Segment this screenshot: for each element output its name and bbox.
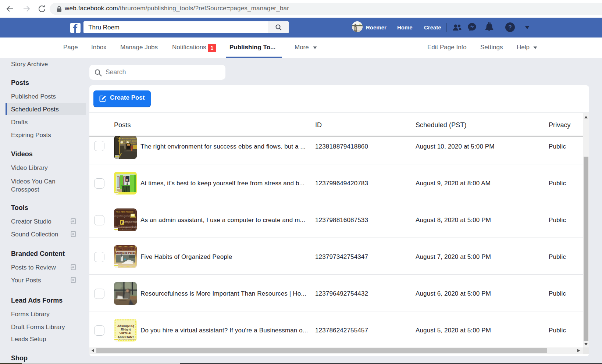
svg-text:use a computer to create and: use a computer to create and — [114, 214, 131, 216]
svg-text:WILL HELP BUSINESS OWNERS GROW: WILL HELP BUSINESS OWNERS GROW — [116, 339, 136, 340]
svg-text:manage necessary documents: manage necessary documents — [114, 216, 132, 218]
svg-text:its other expansion activities: its other expansion activities — [122, 222, 137, 224]
svg-text:VIRTUAL: VIRTUAL — [120, 332, 132, 335]
svg-text:As an Admin Assistant, I: As an Admin Assistant, I — [116, 211, 134, 213]
svg-text:Hiring A: Hiring A — [120, 328, 131, 331]
svg-text:ASSISTANT: ASSISTANT — [118, 335, 134, 339]
svg-text:?: ? — [508, 24, 512, 31]
svg-text:the least, there's always: the least, there's always — [118, 140, 137, 142]
svg-text:Five Habits of: Five Habits of — [118, 248, 134, 250]
svg-text:another one coming.: another one coming. — [119, 142, 136, 144]
svg-text:Advantages Of: Advantages Of — [117, 324, 135, 328]
svg-text:done by a virtual assistant: done by a virtual assistant — [119, 228, 132, 230]
svg-text:and support for the team and: and support for the team and — [122, 221, 137, 222]
svg-text:There are opportunities are: There are opportunities are — [117, 137, 137, 139]
